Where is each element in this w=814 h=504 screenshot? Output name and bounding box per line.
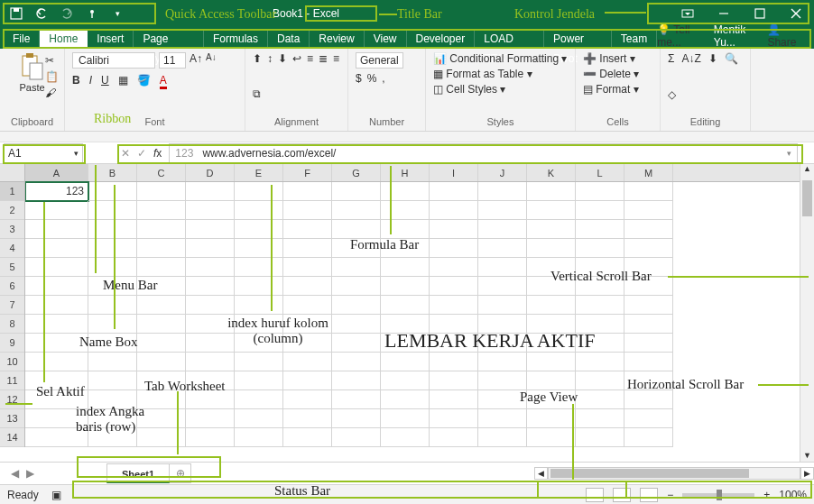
cell[interactable] <box>624 371 673 390</box>
cell[interactable] <box>235 258 283 277</box>
cell[interactable] <box>137 334 186 353</box>
cell[interactable] <box>283 428 332 447</box>
col-header[interactable]: A <box>25 164 88 181</box>
cell[interactable] <box>137 296 186 315</box>
new-sheet-icon[interactable]: ⊕ <box>170 463 191 483</box>
cell[interactable] <box>478 220 527 239</box>
cell[interactable] <box>235 182 283 201</box>
cell[interactable] <box>430 371 478 390</box>
cell[interactable] <box>186 277 235 296</box>
cell[interactable] <box>576 409 624 428</box>
cell[interactable] <box>624 428 673 447</box>
tab-review[interactable]: Review <box>310 29 364 49</box>
row-header[interactable]: 13 <box>0 409 24 428</box>
cell[interactable] <box>88 220 137 239</box>
cell[interactable] <box>283 201 332 220</box>
cell[interactable] <box>332 371 381 390</box>
cell[interactable] <box>332 239 381 258</box>
cell[interactable] <box>332 182 381 201</box>
cell[interactable] <box>624 277 673 296</box>
cell[interactable] <box>88 334 137 353</box>
cell[interactable] <box>527 258 576 277</box>
qat-customize-icon[interactable]: ▾ <box>106 3 128 24</box>
cell[interactable] <box>332 277 381 296</box>
delete-cells[interactable]: ➖ Delete ▾ <box>583 68 639 80</box>
share-button[interactable]: 👤 Share <box>767 23 805 49</box>
cell[interactable] <box>430 182 478 201</box>
cell[interactable] <box>478 258 527 277</box>
font-size[interactable]: 11 <box>159 52 186 69</box>
cell[interactable] <box>25 201 88 220</box>
cell[interactable] <box>283 258 332 277</box>
cell[interactable] <box>137 390 186 409</box>
cell[interactable] <box>186 201 235 220</box>
cell[interactable] <box>624 409 673 428</box>
cell[interactable] <box>137 182 186 201</box>
cell[interactable] <box>88 353 137 371</box>
cell[interactable] <box>235 315 283 334</box>
view-page-layout-icon[interactable] <box>613 488 631 502</box>
cell[interactable] <box>430 258 478 277</box>
clear-icon[interactable]: ◇ <box>668 88 676 101</box>
sheet-tab[interactable]: Sheet1 <box>106 463 170 483</box>
cell[interactable] <box>137 239 186 258</box>
cell[interactable] <box>186 390 235 409</box>
row-header[interactable]: 3 <box>0 220 24 239</box>
align-bottom-icon[interactable]: ⬇ <box>278 52 287 65</box>
cell[interactable] <box>527 353 576 371</box>
fx-icon[interactable]: fx <box>153 147 162 160</box>
cell-styles[interactable]: ◫ Cell Styles ▾ <box>433 83 505 96</box>
macro-record-icon[interactable]: ▣ <box>51 489 61 501</box>
cell[interactable] <box>137 201 186 220</box>
cell[interactable] <box>235 428 283 447</box>
cell[interactable] <box>527 371 576 390</box>
cell[interactable] <box>430 277 478 296</box>
tab-home[interactable]: Home <box>40 29 88 49</box>
increase-font-icon[interactable]: A↑ <box>190 52 202 69</box>
cell[interactable] <box>186 258 235 277</box>
tab-team[interactable]: Team <box>612 29 657 49</box>
cell[interactable] <box>137 277 186 296</box>
cell[interactable] <box>235 239 283 258</box>
cell[interactable] <box>478 239 527 258</box>
paste-button[interactable]: Paste <box>19 52 44 93</box>
cell[interactable] <box>186 182 235 201</box>
cell[interactable] <box>332 409 381 428</box>
cell[interactable] <box>25 315 88 334</box>
cell[interactable] <box>381 239 430 258</box>
percent-icon[interactable]: % <box>367 72 377 85</box>
italic-icon[interactable]: I <box>89 74 92 89</box>
col-header[interactable]: E <box>235 164 283 181</box>
row-header[interactable]: 5 <box>0 258 24 277</box>
cell[interactable] <box>430 201 478 220</box>
cell[interactable] <box>624 390 673 409</box>
cell[interactable] <box>527 220 576 239</box>
cell[interactable] <box>283 371 332 390</box>
cell[interactable] <box>235 220 283 239</box>
tab-view[interactable]: View <box>365 29 407 49</box>
cell[interactable] <box>186 296 235 315</box>
row-header[interactable]: 12 <box>0 390 24 409</box>
cell[interactable] <box>624 315 673 334</box>
align-right-icon[interactable]: ≡ <box>333 52 339 65</box>
cell[interactable] <box>381 428 430 447</box>
cell[interactable] <box>283 334 332 353</box>
cell[interactable] <box>25 428 88 447</box>
cell[interactable] <box>576 182 624 201</box>
cell[interactable] <box>527 315 576 334</box>
cell[interactable] <box>137 371 186 390</box>
cell[interactable] <box>624 182 673 201</box>
cell[interactable] <box>332 258 381 277</box>
cell[interactable] <box>527 201 576 220</box>
cell[interactable]: 123 <box>25 182 88 201</box>
cell[interactable] <box>137 428 186 447</box>
col-header[interactable]: H <box>381 164 430 181</box>
find-icon[interactable]: 🔍 <box>725 52 738 65</box>
save-icon[interactable] <box>5 3 27 24</box>
cell[interactable] <box>576 220 624 239</box>
cell[interactable] <box>527 277 576 296</box>
col-header[interactable]: F <box>283 164 332 181</box>
autosum-icon[interactable]: Σ <box>668 52 674 65</box>
row-header[interactable]: 4 <box>0 239 24 258</box>
cell[interactable] <box>25 390 88 409</box>
